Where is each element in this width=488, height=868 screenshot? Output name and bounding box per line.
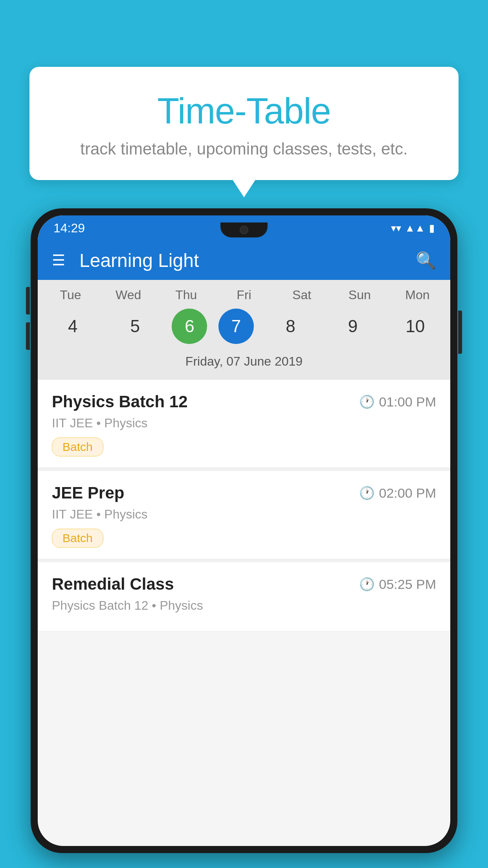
volume-up-button (26, 287, 30, 314)
day-7-selected[interactable]: 7 (218, 309, 254, 344)
day-header-fri: Fri (218, 288, 270, 302)
selected-date: Friday, 07 June 2019 (42, 351, 446, 376)
search-icon[interactable]: 🔍 (416, 251, 436, 270)
speech-bubble: Time-Table track timetable, upcoming cla… (29, 67, 459, 180)
day-6-today[interactable]: 6 (172, 309, 207, 344)
schedule-item-1-header: Physics Batch 12 🕐 01:00 PM (52, 392, 436, 411)
battery-icon: ▮ (429, 222, 435, 234)
status-icons: ▾▾ ▲▲ ▮ (391, 222, 435, 234)
phone-outer: 14:29 ▾▾ ▲▲ ▮ ☰ Learning Light 🔍 Tue Wed… (31, 208, 457, 853)
divider-1 (38, 468, 450, 471)
day-9[interactable]: 9 (327, 309, 378, 344)
clock-icon-2: 🕐 (359, 485, 375, 500)
day-header-sat: Sat (276, 288, 327, 302)
day-10[interactable]: 10 (390, 309, 441, 344)
app-bar: ☰ Learning Light 🔍 (38, 241, 450, 280)
app-title: Learning Light (79, 250, 416, 271)
phone-mockup: 14:29 ▾▾ ▲▲ ▮ ☰ Learning Light 🔍 Tue Wed… (31, 208, 457, 868)
phone-screen: 14:29 ▾▾ ▲▲ ▮ ☰ Learning Light 🔍 Tue Wed… (38, 215, 450, 846)
schedule-item-3-header: Remedial Class 🕐 05:25 PM (52, 575, 436, 594)
clock-icon-1: 🕐 (359, 394, 375, 409)
schedule-item-1-title: Physics Batch 12 (52, 392, 188, 411)
schedule-item-2-title: JEE Prep (52, 484, 124, 502)
divider-2 (38, 559, 450, 562)
day-numbers: 4 5 6 7 8 9 10 (42, 309, 446, 344)
speech-bubble-container: Time-Table track timetable, upcoming cla… (29, 67, 459, 180)
day-headers: Tue Wed Thu Fri Sat Sun Mon (42, 288, 446, 302)
schedule-item-2-time: 🕐 02:00 PM (359, 485, 436, 501)
schedule-item-1-time: 🕐 01:00 PM (359, 394, 436, 410)
schedule-item-3-time: 🕐 05:25 PM (359, 577, 436, 592)
page-subtitle: track timetable, upcoming classes, tests… (49, 140, 439, 158)
schedule-item-1-subtitle: IIT JEE • Physics (52, 416, 436, 430)
day-header-mon: Mon (392, 288, 443, 302)
day-header-wed: Wed (103, 288, 154, 302)
volume-down-button (26, 322, 30, 350)
front-camera (240, 226, 248, 234)
day-4[interactable]: 4 (47, 309, 98, 344)
power-button (458, 311, 462, 354)
schedule-item-2[interactable]: JEE Prep 🕐 02:00 PM IIT JEE • Physics Ba… (38, 471, 450, 559)
clock-icon-3: 🕐 (359, 577, 375, 592)
day-8[interactable]: 8 (265, 309, 316, 344)
hamburger-icon[interactable]: ☰ (52, 252, 65, 269)
day-header-tue: Tue (45, 288, 96, 302)
status-time: 14:29 (53, 221, 85, 235)
schedule-item-2-header: JEE Prep 🕐 02:00 PM (52, 484, 436, 502)
day-header-sun: Sun (334, 288, 385, 302)
batch-badge-1: Batch (52, 438, 103, 456)
schedule-item-3-time-text: 05:25 PM (379, 577, 436, 592)
day-5[interactable]: 5 (110, 309, 161, 344)
signal-icon: ▲▲ (405, 222, 425, 234)
schedule-item-1-time-text: 01:00 PM (379, 394, 436, 410)
schedule-item-3-subtitle: Physics Batch 12 • Physics (52, 598, 436, 613)
batch-badge-2: Batch (52, 529, 103, 548)
day-header-thu: Thu (161, 288, 212, 302)
schedule-item-2-subtitle: IIT JEE • Physics (52, 507, 436, 522)
schedule-item-3-title: Remedial Class (52, 575, 174, 594)
schedule-item-3[interactable]: Remedial Class 🕐 05:25 PM Physics Batch … (38, 562, 450, 631)
schedule-item-1[interactable]: Physics Batch 12 🕐 01:00 PM IIT JEE • Ph… (38, 380, 450, 468)
wifi-icon: ▾▾ (391, 222, 401, 234)
phone-notch (220, 223, 268, 237)
schedule-item-2-time-text: 02:00 PM (379, 485, 436, 501)
page-title: Time-Table (49, 90, 439, 132)
schedule-list: Physics Batch 12 🕐 01:00 PM IIT JEE • Ph… (38, 380, 450, 631)
calendar-strip: Tue Wed Thu Fri Sat Sun Mon 4 5 6 7 8 9 … (38, 280, 450, 380)
